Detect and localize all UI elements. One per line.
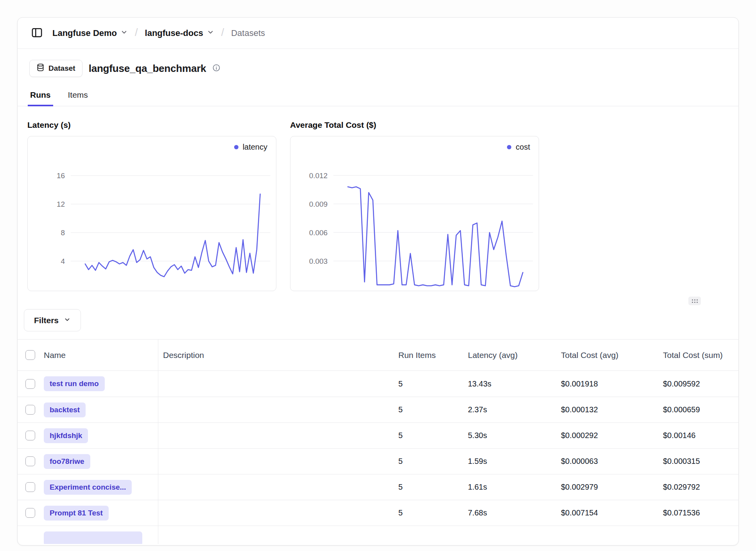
- table-row: Prompt 81 Test57.68s$0.007154$0.071536: [18, 500, 738, 526]
- svg-text:0.012: 0.012: [309, 172, 328, 180]
- total-cost-avg-value: $0.000132: [560, 397, 662, 422]
- dataset-badge-label: Dataset: [48, 64, 75, 73]
- column-header-latency-avg[interactable]: Latency (avg): [467, 340, 560, 370]
- filters-row: Filters: [18, 309, 738, 331]
- latency-avg-value: 1.61s: [467, 474, 560, 500]
- legend-label: cost: [516, 143, 530, 152]
- latency-chart-legend: latency: [234, 143, 267, 152]
- run-items-value: 5: [398, 423, 467, 448]
- svg-text:16: 16: [57, 172, 65, 180]
- row-checkbox[interactable]: [25, 482, 35, 492]
- column-header-total-cost-avg[interactable]: Total Cost (avg): [560, 340, 662, 370]
- svg-text:4: 4: [61, 257, 65, 265]
- svg-text:0.006: 0.006: [309, 229, 328, 237]
- run-items-value: 5: [398, 371, 467, 397]
- breadcrumb-separator: /: [135, 27, 138, 39]
- table-row: backtest52.37s$0.000132$0.000659: [18, 397, 738, 422]
- column-header-run-items[interactable]: Run Items: [398, 340, 467, 370]
- run-description: [158, 423, 398, 448]
- run-name-pill[interactable]: foo78riwe: [44, 454, 90, 469]
- breadcrumb-org-selector[interactable]: Langfuse Demo: [52, 28, 128, 38]
- breadcrumb-project-selector[interactable]: langfuse-docs: [145, 28, 214, 38]
- charts-section: Latency (s) 481216 latency Average Total…: [18, 120, 738, 291]
- column-header-name[interactable]: Name: [39, 340, 158, 370]
- cost-line-chart: 0.0030.0060.0090.012: [290, 136, 539, 291]
- row-checkbox[interactable]: [25, 456, 35, 466]
- svg-text:12: 12: [57, 200, 65, 208]
- total-cost-avg-value: $0.000063: [560, 449, 662, 474]
- breadcrumb-section[interactable]: Datasets: [231, 28, 265, 38]
- tab-items[interactable]: Items: [67, 90, 89, 106]
- legend-label: latency: [243, 143, 267, 152]
- cost-chart-block: Average Total Cost ($) 0.0030.0060.0090.…: [290, 120, 539, 291]
- total-cost-sum-value: $0.00146: [662, 423, 739, 448]
- info-button[interactable]: [212, 64, 220, 73]
- table-row: Experiment concise...51.61s$0.002979$0.0…: [18, 474, 738, 500]
- dataset-badge: Dataset: [29, 60, 82, 77]
- run-name-pill[interactable]: Prompt 81 Test: [44, 506, 109, 521]
- sidebar-toggle-button[interactable]: [31, 27, 43, 40]
- run-description: [158, 500, 398, 526]
- run-name-pill[interactable]: Experiment concise...: [44, 480, 132, 495]
- top-bar: Langfuse Demo / langfuse-docs / Datasets: [18, 18, 738, 49]
- run-description: [158, 397, 398, 422]
- project-name: langfuse-docs: [145, 28, 203, 38]
- breadcrumb: Langfuse Demo / langfuse-docs / Datasets: [52, 27, 265, 39]
- latency-avg-value: 1.59s: [467, 449, 560, 474]
- legend-dot-icon: [507, 145, 511, 149]
- total-cost-sum-value: $0.029792: [662, 474, 739, 500]
- run-name-pill[interactable]: hjkfdshjk: [44, 428, 88, 443]
- table-row-partial: [18, 526, 738, 544]
- info-icon: [212, 64, 220, 73]
- page-title: langfuse_qa_benchmark: [89, 63, 206, 75]
- latency-avg-value: 7.68s: [467, 500, 560, 526]
- database-icon: [36, 63, 45, 73]
- tab-bar: Runs Items: [18, 90, 738, 106]
- run-name-pill[interactable]: [44, 531, 142, 544]
- latency-avg-value: 5.30s: [467, 423, 560, 448]
- chevron-down-icon: [120, 28, 128, 38]
- svg-text:0.009: 0.009: [309, 200, 328, 208]
- svg-text:8: 8: [61, 229, 65, 237]
- run-items-value: 5: [398, 449, 467, 474]
- row-checkbox[interactable]: [25, 379, 35, 389]
- run-name-pill[interactable]: test run demo: [44, 376, 105, 391]
- dataset-header: Dataset langfuse_qa_benchmark: [18, 49, 738, 77]
- main-card: Langfuse Demo / langfuse-docs / Datasets: [17, 17, 739, 546]
- total-cost-avg-value: $0.007154: [560, 500, 662, 526]
- filters-button[interactable]: Filters: [24, 309, 81, 331]
- column-header-description[interactable]: Description: [158, 340, 398, 370]
- row-checkbox[interactable]: [25, 431, 35, 440]
- latency-line-chart: 481216: [28, 136, 276, 291]
- run-description: [158, 474, 398, 500]
- total-cost-avg-value: $0.000292: [560, 423, 662, 448]
- svg-text:0.003: 0.003: [309, 257, 328, 265]
- total-cost-sum-value: $0.009592: [662, 371, 739, 397]
- run-items-value: 5: [398, 474, 467, 500]
- latency-avg-value: 13.43s: [467, 371, 560, 397]
- select-all-checkbox[interactable]: [25, 350, 35, 360]
- latency-chart-block: Latency (s) 481216 latency: [27, 120, 276, 291]
- charts-toolbar-row: [18, 297, 738, 306]
- total-cost-sum-value: $0.000659: [662, 397, 739, 422]
- tab-runs[interactable]: Runs: [29, 90, 52, 106]
- run-name-pill[interactable]: backtest: [44, 403, 86, 417]
- run-items-value: 5: [398, 500, 467, 526]
- latency-avg-value: 2.37s: [467, 397, 560, 422]
- breadcrumb-separator: /: [221, 27, 224, 39]
- run-items-value: 5: [398, 397, 467, 422]
- total-cost-sum-value: $0.071536: [662, 500, 739, 526]
- row-checkbox[interactable]: [25, 508, 35, 518]
- latency-chart-card: 481216 latency: [27, 136, 276, 291]
- grid-drag-handle-icon[interactable]: [688, 297, 701, 305]
- org-name: Langfuse Demo: [52, 28, 117, 38]
- column-header-total-cost-sum[interactable]: Total Cost (sum): [662, 340, 739, 370]
- total-cost-avg-value: $0.002979: [560, 474, 662, 500]
- cost-chart-legend: cost: [507, 143, 530, 152]
- page-background: Langfuse Demo / langfuse-docs / Datasets: [0, 0, 756, 546]
- run-description: [158, 449, 398, 474]
- row-checkbox[interactable]: [25, 405, 35, 415]
- run-description: [158, 371, 398, 397]
- table-header-row: Name Description Run Items Latency (avg)…: [18, 340, 738, 371]
- cost-chart-title: Average Total Cost ($): [290, 120, 539, 130]
